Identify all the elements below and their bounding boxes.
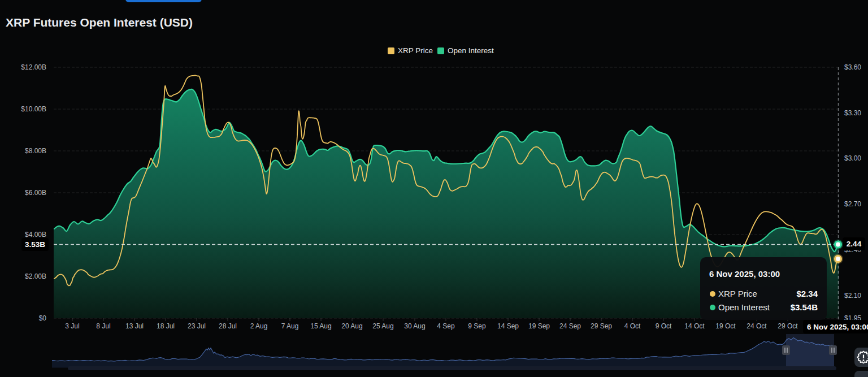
svg-text:Open Interest: Open Interest	[718, 302, 770, 312]
svg-text:24 Sep: 24 Sep	[559, 322, 581, 330]
svg-text:15 Aug: 15 Aug	[310, 322, 331, 330]
svg-text:$3.00: $3.00	[844, 154, 861, 162]
svg-text:24 Oct: 24 Oct	[747, 322, 767, 330]
svg-text:14 Sep: 14 Sep	[497, 322, 519, 330]
svg-text:9 Oct: 9 Oct	[656, 322, 672, 330]
svg-text:XRP Futures Open Interest (USD: XRP Futures Open Interest (USD)	[6, 16, 193, 29]
svg-text:$10.00B: $10.00B	[21, 105, 46, 113]
svg-text:29 Sep: 29 Sep	[591, 322, 612, 330]
svg-text:$3.54B: $3.54B	[791, 302, 818, 312]
svg-text:XRP Price: XRP Price	[718, 289, 757, 298]
svg-text:6 Nov 2025, 03:00: 6 Nov 2025, 03:00	[709, 269, 780, 279]
svg-text:$4.00B: $4.00B	[25, 231, 46, 239]
svg-text:$12.00B: $12.00B	[21, 63, 46, 71]
svg-text:23 Jul: 23 Jul	[188, 322, 206, 330]
svg-text:Open Interest: Open Interest	[448, 46, 494, 55]
svg-text:$0: $0	[39, 314, 47, 322]
svg-text:7 Aug: 7 Aug	[281, 322, 299, 330]
svg-text:4 Sep: 4 Sep	[437, 322, 455, 330]
svg-text:29 Oct: 29 Oct	[778, 322, 798, 330]
svg-text:19 Sep: 19 Sep	[528, 322, 550, 330]
svg-text:3.53B: 3.53B	[25, 240, 45, 249]
svg-text:4 Oct: 4 Oct	[624, 322, 641, 330]
svg-text:$3.30: $3.30	[844, 109, 861, 117]
svg-text:$8.00B: $8.00B	[25, 147, 46, 155]
svg-text:28 Jul: 28 Jul	[219, 322, 237, 330]
svg-text:XRP Price: XRP Price	[398, 46, 433, 55]
svg-text:6 Nov 2025, 03:00: 6 Nov 2025, 03:00	[807, 323, 868, 331]
svg-text:20 Aug: 20 Aug	[341, 322, 362, 330]
svg-text:2.44: 2.44	[847, 240, 862, 248]
svg-text:$2.10: $2.10	[844, 292, 861, 300]
svg-text:$2.34: $2.34	[796, 289, 818, 298]
svg-text:$2.70: $2.70	[844, 200, 861, 208]
svg-text:$2.00B: $2.00B	[25, 272, 46, 280]
svg-text:14 Oct: 14 Oct	[684, 322, 705, 330]
svg-text:3 Jul: 3 Jul	[65, 322, 79, 330]
svg-text:$6.00B: $6.00B	[25, 189, 46, 197]
svg-text:19 Oct: 19 Oct	[715, 322, 736, 330]
svg-text:$3.60: $3.60	[844, 63, 861, 71]
svg-text:30 Aug: 30 Aug	[404, 322, 425, 330]
svg-text:18 Jul: 18 Jul	[157, 322, 175, 330]
svg-text:2 Aug: 2 Aug	[250, 322, 268, 330]
svg-text:9 Sep: 9 Sep	[468, 322, 486, 330]
svg-text:25 Aug: 25 Aug	[372, 322, 393, 330]
svg-text:13 Jul: 13 Jul	[125, 322, 144, 330]
svg-text:8 Jul: 8 Jul	[96, 322, 110, 330]
